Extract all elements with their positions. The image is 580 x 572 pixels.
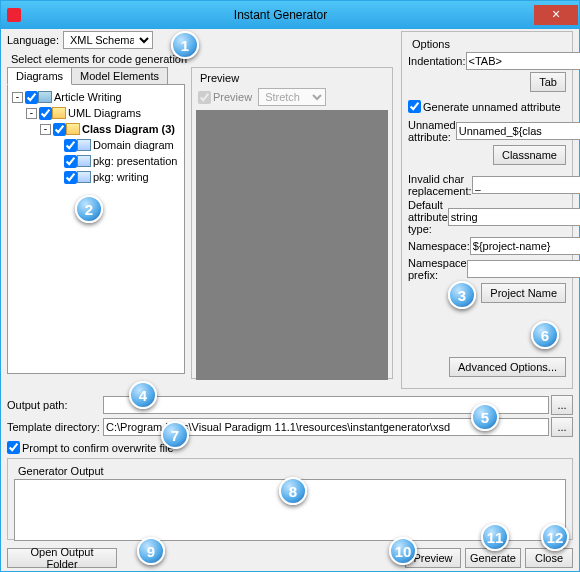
invalid-char-label: Invalid char replacement: [408, 173, 472, 197]
tree-check[interactable] [64, 139, 77, 152]
tree-check[interactable] [53, 123, 66, 136]
close-icon[interactable]: × [534, 5, 578, 25]
output-path-label: Output path: [7, 399, 103, 411]
indentation-label: Indentation: [408, 55, 466, 67]
language-select[interactable]: XML Schema [63, 31, 153, 49]
close-button[interactable]: Close [525, 548, 573, 568]
tree-uml: UML Diagrams [68, 107, 141, 119]
template-dir-input[interactable] [103, 418, 549, 436]
titlebar: Instant Generator × [1, 1, 579, 29]
preview-checkbox[interactable]: Preview [198, 91, 252, 104]
diagram-tree[interactable]: -Article Writing -UML Diagrams -Class Di… [8, 85, 184, 373]
tab-diagrams[interactable]: Diagrams [7, 67, 72, 85]
window-title: Instant Generator [27, 8, 534, 22]
tree-check[interactable] [39, 107, 52, 120]
tree-item: pkg: writing [93, 171, 149, 183]
tree-check[interactable] [64, 155, 77, 168]
diagram-icon [77, 139, 91, 151]
preview-button[interactable]: Preview [405, 548, 461, 568]
element-tabs: Diagrams Model Elements [7, 67, 185, 85]
preview-legend: Preview [198, 72, 241, 84]
classname-button[interactable]: Classname [493, 145, 566, 165]
invalid-char-input[interactable] [472, 176, 580, 194]
folder-icon [66, 123, 80, 135]
namespace-input[interactable] [470, 237, 580, 255]
generator-output-area [14, 479, 566, 541]
unnamed-input[interactable] [456, 122, 580, 140]
diagram-icon [77, 171, 91, 183]
template-dir-label: Template directory: [7, 421, 103, 433]
prompt-overwrite-checkbox[interactable]: Prompt to confirm overwrite file [7, 441, 174, 454]
default-attr-label: Default attribute type: [408, 199, 448, 235]
preview-area [196, 110, 388, 380]
tree-check[interactable] [64, 171, 77, 184]
generator-output-legend: Generator Output [16, 465, 106, 477]
tree-check[interactable] [25, 91, 38, 104]
generate-button[interactable]: Generate [465, 548, 521, 568]
indentation-input[interactable] [466, 52, 581, 70]
template-dir-browse-button[interactable]: ... [551, 417, 573, 437]
stretch-select[interactable]: Stretch [258, 88, 326, 106]
expander-icon[interactable]: - [12, 92, 23, 103]
tree-class-diagram: Class Diagram (3) [82, 123, 175, 135]
generate-unnamed-checkbox[interactable]: Generate unnamed attribute [408, 100, 561, 113]
output-path-browse-button[interactable]: ... [551, 395, 573, 415]
tab-model-elements[interactable]: Model Elements [71, 67, 168, 85]
diagram-icon [77, 155, 91, 167]
tree-root: Article Writing [54, 91, 122, 103]
output-path-input[interactable] [103, 396, 549, 414]
tree-item: pkg: presentation [93, 155, 177, 167]
content: Language: XML Schema Select elements for… [7, 31, 573, 565]
advanced-options-button[interactable]: Advanced Options... [449, 357, 566, 377]
project-name-button[interactable]: Project Name [481, 283, 566, 303]
unnamed-label: Unnamed attribute: [408, 119, 456, 143]
options-legend: Options [410, 38, 452, 50]
tree-item: Domain diagram [93, 139, 174, 151]
folder-icon [52, 107, 66, 119]
expander-icon[interactable]: - [40, 124, 51, 135]
select-elements-label: Select elements for code generation [11, 53, 393, 65]
namespace-label: Namespace: [408, 240, 470, 252]
app-icon [7, 8, 21, 22]
nsprefix-input[interactable] [467, 260, 580, 278]
default-attr-input[interactable] [448, 208, 580, 226]
tab-button[interactable]: Tab [530, 72, 566, 92]
language-label: Language: [7, 34, 63, 46]
window: Instant Generator × Language: XML Schema… [0, 0, 580, 572]
open-output-folder-button[interactable]: Open Output Folder [7, 548, 117, 568]
project-icon [38, 91, 52, 103]
expander-icon[interactable]: - [26, 108, 37, 119]
nsprefix-label: Namespace prefix: [408, 257, 467, 281]
